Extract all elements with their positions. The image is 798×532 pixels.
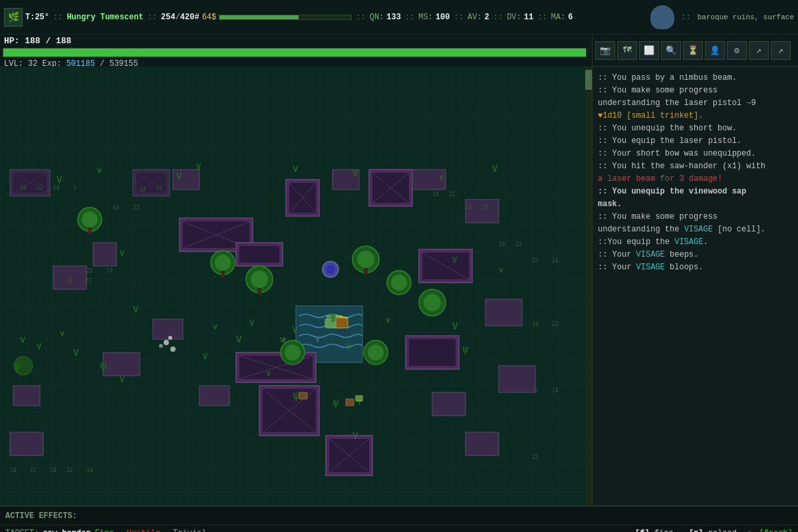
- svg-point-77: [285, 344, 301, 360]
- msg-2: :: You make some progress: [598, 84, 793, 96]
- svg-point-61: [82, 211, 98, 227]
- toolbar-screenshot-btn[interactable]: 📷: [595, 41, 615, 60]
- svg-point-75: [424, 294, 441, 311]
- ma-val: 6: [568, 13, 573, 22]
- msg-7: :: Your short bow was unequipped.: [598, 148, 793, 160]
- svg-text:ψ: ψ: [332, 396, 339, 408]
- svg-text:v: v: [499, 265, 503, 275]
- ms-val: 100: [436, 13, 450, 22]
- svg-text:22: 22: [532, 454, 539, 460]
- location-group: :: baroque ruins, surface: [650, 5, 794, 29]
- svg-text:22: 22: [532, 258, 539, 264]
- target-name: saw-hander: [43, 529, 90, 533]
- msg-8: :: You hit the saw-hander (x1) with: [598, 160, 793, 172]
- toolbar-arrow1-btn[interactable]: ↗: [749, 41, 769, 60]
- svg-point-116: [168, 336, 172, 340]
- reload-hint: [r] reload: [689, 529, 737, 532]
- main-area: V v V V v V v V V V v V V v V v V V v v …: [0, 66, 798, 505]
- svg-point-67: [251, 271, 268, 288]
- svg-point-64: [215, 255, 231, 271]
- hp-bar: [3, 48, 587, 57]
- action-hints: [f] fire [r] reload ⚡ [fresh]: [635, 528, 793, 532]
- toolbar-char-btn[interactable]: 👤: [705, 41, 725, 60]
- toolbar-search-btn[interactable]: 🔍: [661, 41, 681, 60]
- ma-label: MA:: [551, 13, 566, 22]
- svg-text:·: ·: [86, 313, 90, 321]
- game-scene: V v V V v V v V V V v V V v V v V V v v …: [0, 66, 585, 505]
- svg-rect-51: [200, 386, 229, 406]
- target-label: TARGET:: [5, 529, 39, 533]
- toolbar-map2-btn[interactable]: ⬜: [639, 41, 659, 60]
- svg-text:v: v: [213, 322, 217, 331]
- target-hostile: Hostile: [126, 529, 160, 533]
- target-row: TARGET: saw-hander Fine, Hostile, Trivia…: [0, 525, 798, 532]
- toolbar-map-btn[interactable]: 🗺: [617, 41, 637, 60]
- svg-text:22: 22: [532, 388, 539, 394]
- svg-text:V: V: [452, 321, 458, 331]
- toolbar-settings-btn[interactable]: ⚙: [727, 41, 747, 60]
- top-status-row: 🌿 T:25° :: Hungry Tumescent :: 254/420# …: [0, 0, 798, 35]
- msg-14: ::You equip the VISAGE.: [598, 236, 793, 248]
- svg-text:V: V: [293, 325, 297, 334]
- svg-text:22: 22: [66, 467, 73, 473]
- svg-rect-46: [93, 243, 116, 266]
- svg-rect-55: [499, 366, 535, 392]
- viewport-scrollbar-thumb[interactable]: [585, 70, 592, 90]
- svg-rect-59: [432, 392, 466, 416]
- svg-text:22: 22: [449, 192, 456, 198]
- header-section: 🌿 T:25° :: Hungry Tumescent :: 254/420# …: [0, 0, 798, 66]
- svg-rect-58: [10, 432, 43, 456]
- svg-text:14: 14: [106, 268, 113, 274]
- svg-text:V: V: [37, 342, 41, 351]
- svg-text:·: ·: [456, 220, 460, 227]
- svg-text:·: ·: [60, 300, 64, 307]
- svg-text:22: 22: [86, 268, 93, 274]
- svg-text:14: 14: [499, 241, 505, 247]
- fire-hint: [f] fire: [635, 529, 674, 532]
- svg-rect-65: [221, 271, 225, 277]
- bolt-icon: ⚡: [747, 529, 751, 532]
- svg-rect-44: [409, 339, 456, 366]
- svg-text:v: v: [266, 368, 271, 378]
- svg-text:·: ·: [133, 280, 137, 287]
- svg-text:V: V: [57, 174, 63, 185]
- svg-rect-26: [239, 246, 279, 263]
- svg-text:V: V: [236, 334, 242, 344]
- svg-point-73: [391, 275, 407, 291]
- dv-val: 11: [524, 13, 533, 22]
- svg-text:22: 22: [85, 278, 92, 284]
- player-icon: 🌿: [4, 8, 23, 27]
- svg-text:14: 14: [432, 192, 439, 198]
- svg-point-115: [164, 340, 169, 345]
- temp-stat: T:25°: [25, 13, 49, 22]
- msg-11: mask.: [598, 198, 793, 210]
- toolbar-arrow2-btn[interactable]: ↗: [771, 41, 791, 60]
- svg-rect-56: [466, 432, 499, 456]
- svg-text:v: v: [293, 163, 298, 174]
- hp-stat: 254/420#: [161, 13, 200, 22]
- active-effects-label: ACTIVE EFFECTS:: [5, 511, 77, 521]
- svg-text:22: 22: [30, 467, 37, 473]
- msg-4: ♥1d10 [small trinket].: [598, 110, 793, 122]
- svg-text:14: 14: [10, 467, 17, 473]
- viewport-scrollbar[interactable]: [585, 66, 592, 505]
- svg-text:22: 22: [156, 185, 163, 191]
- svg-text:14: 14: [552, 388, 559, 394]
- svg-rect-49: [103, 352, 140, 376]
- svg-text:V: V: [203, 352, 207, 361]
- msg-16: :: Your VISAGE bloops.: [598, 261, 793, 273]
- svg-rect-57: [13, 386, 40, 406]
- svg-rect-127: [346, 399, 354, 406]
- svg-text:ψ: ψ: [13, 358, 21, 372]
- toolbar-timer-btn[interactable]: ⏳: [683, 41, 703, 60]
- game-viewport[interactable]: V v V V v V v V V V v V V v V v V V v v …: [0, 66, 592, 505]
- svg-text:·: ·: [173, 290, 177, 297]
- msg-10: :: You unequip the vinewood sap: [598, 186, 793, 198]
- svg-text:V: V: [249, 319, 254, 328]
- svg-text:V: V: [452, 255, 457, 265]
- location-text: baroque ruins, surface: [698, 13, 794, 21]
- svg-text:V: V: [133, 304, 139, 315]
- gold-stat: 64$: [202, 13, 217, 22]
- svg-text:22: 22: [482, 205, 489, 211]
- svg-text:v: v: [96, 164, 102, 175]
